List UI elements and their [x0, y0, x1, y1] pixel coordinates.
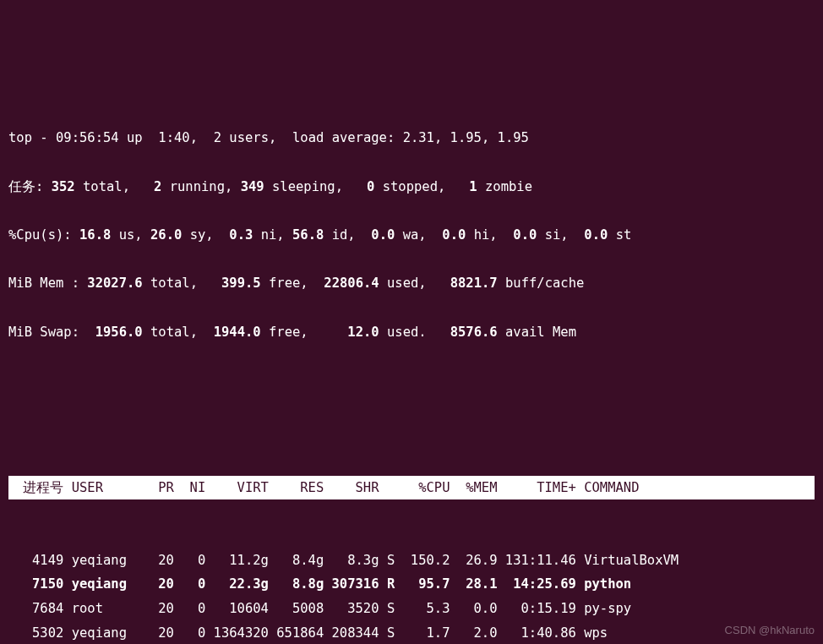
cell-ni: 0: [174, 548, 205, 573]
cell-user: yeqiang: [72, 548, 143, 573]
cell-pr: 20: [143, 621, 174, 644]
cell-virt: 11.2g: [205, 548, 269, 573]
cell-user: yeqiang: [72, 621, 143, 644]
cell-virt: 10604: [205, 597, 269, 621]
cell-cpu: 150.2: [403, 548, 450, 573]
cell-shr: 208344: [324, 621, 379, 644]
table-row[interactable]: 7150 yeqiang20022.3g8.8g307316 R95.728.1…: [8, 572, 815, 597]
cell-shr: 307316: [324, 572, 379, 597]
top-tasks-line: 任务: 352 total, 2 running, 349 sleeping, …: [8, 175, 815, 199]
cell-shr: 8.3g: [324, 548, 379, 573]
cell-ni: 0: [174, 572, 205, 597]
cell-state: S: [387, 548, 403, 573]
col-user[interactable]: USER: [72, 476, 143, 500]
cell-pid: 7684: [8, 597, 63, 621]
cell-shr: 3520: [324, 597, 379, 621]
cell-res: 8.4g: [269, 548, 324, 573]
cell-virt: 22.3g: [205, 572, 269, 597]
cell-time: 1:40.86: [498, 621, 576, 644]
cell-user: root: [72, 597, 143, 621]
cell-res: 8.8g: [269, 572, 324, 597]
col-mem[interactable]: %MEM: [450, 476, 498, 500]
col-pid[interactable]: 进程号: [8, 476, 63, 500]
cell-time: 131:11.46: [498, 548, 576, 573]
cell-state: R: [387, 572, 403, 597]
top-mem-line: MiB Mem : 32027.6 total, 399.5 free, 228…: [8, 271, 815, 296]
table-row[interactable]: 5302 yeqiang2001364320651864208344 S1.72…: [8, 621, 815, 644]
cell-ni: 0: [174, 597, 205, 621]
cell-res: 5008: [269, 597, 324, 621]
top-cpu-line: %Cpu(s): 16.8 us, 26.0 sy, 0.3 ni, 56.8 …: [8, 223, 815, 248]
cell-cpu: 95.7: [403, 572, 450, 597]
cell-cpu: 1.7: [403, 621, 450, 644]
cell-command: py-spy: [584, 597, 710, 621]
cell-user: yeqiang: [72, 572, 143, 597]
top-swap-line: MiB Swap: 1956.0 total, 1944.0 free, 12.…: [8, 320, 815, 345]
cell-virt: 1364320: [205, 621, 269, 644]
col-cpu[interactable]: %CPU: [403, 476, 450, 500]
cell-pr: 20: [143, 548, 174, 573]
cell-pid: 4149: [8, 548, 63, 573]
cell-res: 651864: [269, 621, 324, 644]
watermark: CSDN @hkNaruto: [725, 620, 815, 641]
process-table-body: 4149 yeqiang20011.2g8.4g8.3g S150.226.91…: [8, 548, 815, 644]
cell-state: S: [387, 597, 403, 621]
table-row[interactable]: 7684 root2001060450083520 S5.30.00:15.19…: [8, 597, 815, 621]
col-ni[interactable]: NI: [174, 476, 205, 500]
col-command[interactable]: COMMAND: [584, 476, 710, 500]
cell-ni: 0: [174, 621, 205, 644]
cell-pid: 7150: [8, 572, 63, 597]
cell-mem: 0.0: [450, 597, 498, 621]
col-shr[interactable]: SHR: [324, 476, 379, 500]
process-table-header[interactable]: 进程号 USERPRNIVIRTRESSHR %CPU%MEMTIME+ COM…: [8, 476, 815, 500]
cell-time: 14:25.69: [498, 572, 576, 597]
col-res[interactable]: RES: [269, 476, 324, 500]
cell-state: S: [387, 621, 403, 644]
cell-mem: 2.0: [450, 621, 498, 644]
cell-command: wps: [584, 621, 710, 644]
cell-pr: 20: [143, 572, 174, 597]
col-time[interactable]: TIME+: [498, 476, 576, 500]
cell-command: python: [584, 572, 710, 597]
col-pr[interactable]: PR: [143, 476, 174, 500]
cell-pid: 5302: [8, 621, 63, 644]
col-virt[interactable]: VIRT: [205, 476, 269, 500]
table-row[interactable]: 4149 yeqiang20011.2g8.4g8.3g S150.226.91…: [8, 548, 815, 573]
cell-cpu: 5.3: [403, 597, 450, 621]
top-uptime-line: top - 09:56:54 up 1:40, 2 users, load av…: [8, 126, 815, 150]
cell-mem: 26.9: [450, 548, 498, 573]
cell-time: 0:15.19: [498, 597, 576, 621]
cell-pr: 20: [143, 597, 174, 621]
cell-mem: 28.1: [450, 572, 498, 597]
cell-command: VirtualBoxVM: [584, 548, 710, 573]
